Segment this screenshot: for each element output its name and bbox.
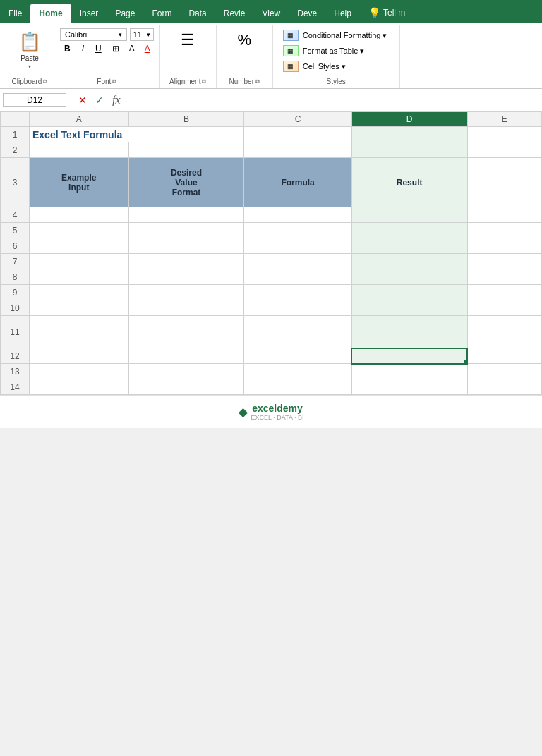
cell-c1[interactable] — [244, 127, 351, 142]
number-button[interactable]: % — [230, 28, 258, 52]
cell-e1[interactable] — [467, 127, 541, 142]
border-button[interactable]: ⊞ — [109, 42, 123, 55]
tab-developer[interactable]: Deve — [289, 4, 325, 23]
cell-c9[interactable] — [244, 285, 351, 300]
insert-function-icon[interactable]: fx — [109, 92, 124, 108]
cell-c13[interactable] — [244, 364, 351, 379]
tab-view[interactable]: View — [253, 4, 289, 23]
cell-b11[interactable] — [128, 316, 244, 348]
tab-form[interactable]: Form — [143, 4, 180, 23]
cell-e4[interactable] — [467, 207, 541, 223]
cell-a8[interactable] — [29, 269, 128, 285]
tab-help[interactable]: Help — [325, 4, 360, 23]
cell-b13[interactable] — [128, 364, 244, 379]
row-header-14[interactable]: 14 — [1, 379, 30, 395]
cell-d3[interactable]: Result — [351, 158, 467, 207]
cell-b14[interactable] — [128, 379, 244, 395]
col-header-a[interactable]: A — [29, 112, 128, 127]
cell-c10[interactable] — [244, 300, 351, 316]
italic-button[interactable]: I — [78, 42, 88, 55]
cell-c11[interactable] — [244, 316, 351, 348]
cell-styles-button[interactable]: ▦ Cell Styles ▾ — [279, 59, 394, 73]
tab-search[interactable]: 💡 Tell m — [360, 3, 414, 23]
cell-d12[interactable] — [351, 348, 467, 364]
cell-b12[interactable] — [128, 348, 244, 364]
cell-b9[interactable] — [128, 285, 244, 300]
cell-c8[interactable] — [244, 269, 351, 285]
cell-a11[interactable] — [29, 316, 128, 348]
tab-page[interactable]: Page — [107, 4, 143, 23]
tab-review[interactable]: Revie — [215, 4, 254, 23]
format-as-table-button[interactable]: ▦ Format as Table ▾ — [279, 44, 394, 58]
row-header-6[interactable]: 6 — [1, 238, 30, 254]
cell-a9[interactable] — [29, 285, 128, 300]
col-header-b[interactable]: B — [128, 112, 244, 127]
row-header-12[interactable]: 12 — [1, 348, 30, 364]
col-header-c[interactable]: C — [244, 112, 351, 127]
row-header-10[interactable]: 10 — [1, 300, 30, 316]
cell-c7[interactable] — [244, 254, 351, 269]
cell-d1[interactable] — [351, 127, 467, 142]
cell-a1[interactable]: Excel Text Formula — [29, 127, 243, 142]
cell-a7[interactable] — [29, 254, 128, 269]
cell-e6[interactable] — [467, 238, 541, 254]
confirm-formula-icon[interactable]: ✓ — [92, 93, 107, 107]
row-header-3[interactable]: 3 — [1, 158, 30, 207]
cell-b4[interactable] — [128, 207, 244, 223]
row-header-11[interactable]: 11 — [1, 316, 30, 348]
cell-b7[interactable] — [128, 254, 244, 269]
alignment-button[interactable]: ☰ — [174, 28, 202, 52]
cell-d5[interactable] — [351, 223, 467, 238]
cell-c6[interactable] — [244, 238, 351, 254]
cell-a14[interactable] — [29, 379, 128, 395]
row-header-5[interactable]: 5 — [1, 223, 30, 238]
cell-e14[interactable] — [467, 379, 541, 395]
cell-a13[interactable] — [29, 364, 128, 379]
cell-e5[interactable] — [467, 223, 541, 238]
font-size-dropdown[interactable]: 11 ▾ — [130, 28, 154, 41]
cell-c3[interactable]: Formula — [244, 158, 351, 207]
cell-a2[interactable] — [29, 142, 128, 158]
cell-a4[interactable] — [29, 207, 128, 223]
cell-e8[interactable] — [467, 269, 541, 285]
cell-c2[interactable] — [244, 142, 351, 158]
cell-c14[interactable] — [244, 379, 351, 395]
tab-home[interactable]: Home — [30, 4, 71, 23]
row-header-9[interactable]: 9 — [1, 285, 30, 300]
row-header-13[interactable]: 13 — [1, 364, 30, 379]
cell-b6[interactable] — [128, 238, 244, 254]
bold-button[interactable]: B — [60, 42, 75, 55]
cell-d7[interactable] — [351, 254, 467, 269]
cell-d4[interactable] — [351, 207, 467, 223]
paste-button[interactable]: 📋 Paste ▾ — [11, 28, 48, 76]
tab-file[interactable]: File — [0, 4, 30, 23]
cell-b3[interactable]: DesiredValueFormat — [128, 158, 244, 207]
cell-b5[interactable] — [128, 223, 244, 238]
font-name-dropdown[interactable]: Calibri ▾ — [60, 28, 127, 41]
cell-e3[interactable] — [467, 158, 541, 207]
row-header-8[interactable]: 8 — [1, 269, 30, 285]
conditional-formatting-button[interactable]: ▦ Conditional Formatting ▾ — [279, 28, 394, 42]
cell-b2[interactable] — [128, 142, 244, 158]
fill-handle[interactable] — [464, 360, 467, 364]
cell-e13[interactable] — [467, 364, 541, 379]
font-color-button[interactable]: A — [141, 42, 154, 55]
tab-data[interactable]: Data — [180, 4, 215, 23]
cell-b8[interactable] — [128, 269, 244, 285]
cell-d9[interactable] — [351, 285, 467, 300]
fill-color-button[interactable]: A — [126, 42, 138, 55]
cell-a12[interactable] — [29, 348, 128, 364]
cell-d2[interactable] — [351, 142, 467, 158]
col-header-e[interactable]: E — [467, 112, 541, 127]
cell-d8[interactable] — [351, 269, 467, 285]
cell-d13[interactable] — [351, 364, 467, 379]
cell-c12[interactable] — [244, 348, 351, 364]
cell-a5[interactable] — [29, 223, 128, 238]
cancel-formula-icon[interactable]: ✕ — [76, 93, 90, 107]
cell-c4[interactable] — [244, 207, 351, 223]
cell-e9[interactable] — [467, 285, 541, 300]
row-header-7[interactable]: 7 — [1, 254, 30, 269]
cell-e7[interactable] — [467, 254, 541, 269]
formula-input[interactable] — [133, 93, 539, 106]
cell-e2[interactable] — [467, 142, 541, 158]
